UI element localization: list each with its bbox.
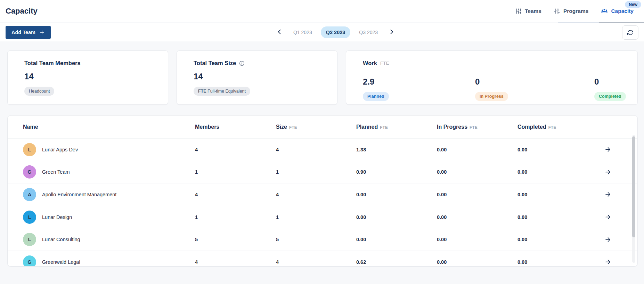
teams-table: NameMembersSizeFTEPlannedFTEIn ProgressF… (7, 115, 638, 267)
sliders-icon (554, 8, 560, 14)
team-avatar: G (23, 255, 36, 267)
refresh-button[interactable] (622, 25, 638, 40)
team-name[interactable]: Lunar Consulting (42, 237, 80, 242)
completed-cell: 0.00 (517, 214, 603, 220)
table-row[interactable]: L Lunar Apps Dev 4 4 1.38 0.00 0.00 (8, 139, 637, 161)
total-members-value: 14 (24, 72, 168, 81)
size-cell: 4 (276, 259, 356, 265)
size-cell: 1 (276, 214, 356, 220)
planned-value: 2.9 (363, 77, 389, 87)
plus-icon (39, 30, 45, 35)
in-progress-cell: 0.00 (437, 214, 517, 220)
column-header-in-progress: In ProgressFTE (437, 124, 517, 130)
table-row[interactable]: G Greenwald Legal 4 4 0.62 0.00 0.00 (8, 251, 637, 267)
column-header-planned: PlannedFTE (356, 124, 437, 130)
open-team-button[interactable] (603, 167, 613, 177)
fte-badge: FTE Full-time Equivalent (194, 87, 250, 96)
add-team-button[interactable]: Add Team (6, 26, 51, 39)
quarter-navigation: Q1 2023Q2 2023Q3 2023 (275, 23, 397, 41)
in-progress-cell: 0.00 (437, 147, 517, 152)
in-progress-cell: 0.00 (437, 192, 517, 197)
completed-cell: 0.00 (517, 192, 603, 197)
fte-suffix: FTE (470, 125, 478, 129)
top-bar: Capacity TeamsProgramsCapacity New (0, 0, 644, 22)
in-progress-value: 0 (475, 77, 508, 87)
planned-cell: 1.38 (356, 147, 437, 152)
table-row[interactable]: L Lunar Consulting 5 5 0.00 0.00 0.00 (8, 228, 637, 251)
quarter-q2-2023[interactable]: Q2 2023 (321, 26, 351, 38)
toolbar: Add Team Q1 2023Q2 2023Q3 2023 (0, 23, 644, 41)
column-header-completed: CompletedFTE (517, 124, 603, 130)
open-team-button[interactable] (603, 257, 613, 267)
quarter-q3-2023[interactable]: Q3 2023 (354, 26, 383, 38)
planned-metric: 2.9 Planned (363, 72, 389, 101)
planned-badge: Planned (363, 92, 389, 101)
people-icon (601, 8, 608, 15)
members-cell: 1 (195, 214, 276, 220)
team-avatar: L (23, 233, 36, 246)
arrow-right-icon (605, 146, 611, 153)
tab-label: Teams (525, 8, 541, 14)
team-avatar: L (23, 143, 36, 156)
open-team-button[interactable] (603, 190, 613, 199)
chevron-left-icon (277, 29, 283, 36)
nav-tabs: TeamsProgramsCapacity (515, 6, 638, 17)
team-name-cell: G Green Team (23, 165, 195, 179)
team-name[interactable]: Green Team (42, 169, 70, 175)
open-team-button[interactable] (603, 235, 613, 244)
total-size-value: 14 (194, 72, 337, 81)
table-row[interactable]: L Lunar Design 1 1 0.00 0.00 0.00 (8, 206, 637, 229)
arrow-right-icon (605, 236, 611, 243)
total-team-members-card: Total Team Members 14 Headcount (7, 50, 168, 105)
previous-quarter-button[interactable] (275, 27, 285, 38)
tab-programs[interactable]: Programs (554, 6, 588, 16)
team-name-cell: L Lunar Design (23, 211, 195, 224)
table-scrollbar-thumb[interactable] (632, 136, 635, 237)
fte-suffix: FTE (380, 125, 388, 129)
new-badge: New (625, 1, 641, 8)
fte-suffix: FTE (380, 61, 389, 66)
arrow-right-icon (605, 169, 611, 175)
completed-cell: 0.00 (517, 169, 603, 175)
card-title: Work FTE (363, 60, 637, 66)
team-name[interactable]: Lunar Design (42, 214, 72, 220)
card-title: Total Team Size (194, 60, 337, 66)
completed-value: 0 (594, 77, 626, 87)
planned-cell: 0.00 (356, 214, 437, 220)
chevron-right-icon (389, 29, 394, 36)
team-name-cell: L Lunar Consulting (23, 233, 195, 246)
info-icon[interactable] (239, 61, 245, 66)
in-progress-metric: 0 In Progress (475, 72, 508, 101)
table-row[interactable]: A Apollo Environment Management 4 4 0.00… (8, 183, 637, 206)
arrow-right-icon (605, 191, 611, 198)
members-cell: 5 (195, 237, 276, 242)
arrow-right-icon (605, 214, 611, 220)
tab-label: Capacity (611, 8, 634, 14)
team-name[interactable]: Apollo Environment Management (42, 192, 116, 197)
completed-cell: 0.00 (517, 237, 603, 242)
open-team-button[interactable] (603, 145, 613, 154)
size-cell: 4 (276, 192, 356, 197)
fte-suffix: FTE (289, 125, 297, 129)
column-header-size: SizeFTE (276, 124, 356, 130)
team-name-cell: G Greenwald Legal (23, 255, 195, 267)
tab-teams[interactable]: Teams (515, 6, 541, 16)
members-cell: 4 (195, 147, 276, 152)
planned-cell: 0.00 (356, 237, 437, 242)
team-name[interactable]: Lunar Apps Dev (42, 147, 78, 152)
page-title: Capacity (6, 7, 38, 16)
completed-cell: 0.00 (517, 147, 603, 152)
members-cell: 4 (195, 259, 276, 265)
team-name[interactable]: Greenwald Legal (42, 259, 80, 265)
sliders-icon (515, 8, 522, 14)
size-cell: 1 (276, 169, 356, 175)
card-title: Total Team Members (24, 60, 168, 66)
capacity-app: Capacity TeamsProgramsCapacity New Add T… (0, 0, 644, 284)
next-quarter-button[interactable] (386, 27, 397, 38)
work-fte-card: Work FTE 2.9 Planned 0 In Progress 0 Com… (346, 50, 638, 105)
headcount-badge: Headcount (24, 87, 54, 96)
table-header-row: NameMembersSizeFTEPlannedFTEIn ProgressF… (8, 116, 637, 139)
table-row[interactable]: G Green Team 1 1 0.90 0.00 0.00 (8, 161, 637, 184)
quarter-q1-2023[interactable]: Q1 2023 (288, 26, 317, 38)
open-team-button[interactable] (603, 212, 613, 222)
